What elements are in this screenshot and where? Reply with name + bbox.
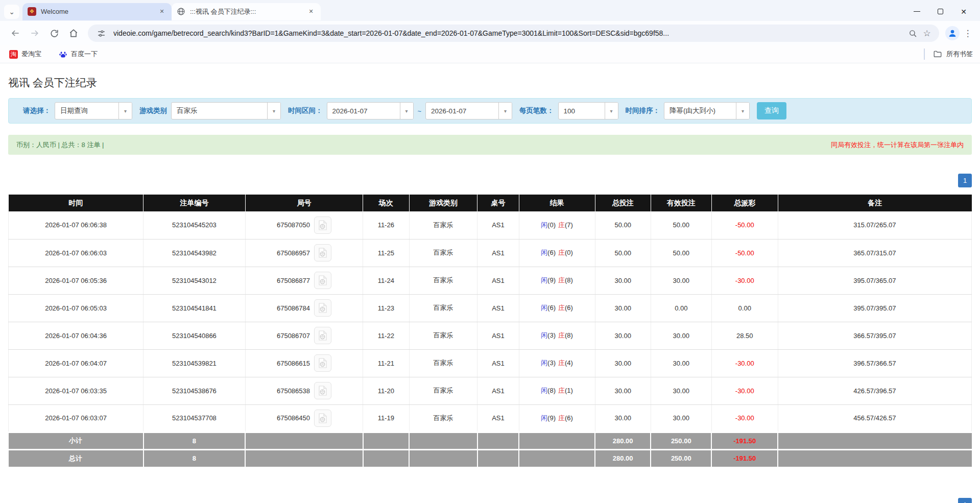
tab-welcome[interactable]: ❖ Welcome ✕ [22, 3, 172, 20]
browser-tab-strip: ⌄ ❖ Welcome ✕ :::视讯 会员下注纪录::: ✕ ✕ [0, 0, 980, 21]
cell-total-bet[interactable]: 30.00 [595, 349, 651, 377]
cell-time: 2026-01-07 06:03:07 [9, 404, 144, 432]
bookmark-baidu[interactable]: 百度一下 [57, 47, 100, 61]
cell-total-bet[interactable]: 30.00 [595, 404, 651, 432]
minimize-button[interactable] [914, 11, 920, 12]
video-replay-icon[interactable] [314, 382, 331, 399]
round-number: 675086707 [277, 332, 310, 340]
chevron-down-icon: ▾ [498, 103, 512, 119]
cell-remark: 315.07/265.07 [778, 211, 971, 239]
cell-time: 2026-01-07 06:05:36 [9, 267, 144, 294]
cell-table: AS1 [477, 322, 519, 349]
result-banker: 庄 [558, 387, 565, 394]
video-replay-icon[interactable] [314, 299, 331, 317]
cell-valid-bet: 30.00 [651, 267, 711, 294]
total-valid-bet: 250.00 [651, 449, 711, 467]
table-row: 2026-01-07 06:04:36 523104540866 6750867… [9, 322, 972, 349]
subtotal-payout: -191.50 [711, 432, 778, 449]
cell-total-bet[interactable]: 30.00 [595, 267, 651, 294]
cell-time: 2026-01-07 06:05:03 [9, 294, 144, 322]
cell-total-bet[interactable]: 30.00 [595, 377, 651, 404]
result-player-score: (9) [547, 414, 556, 422]
site-settings-tune-icon[interactable] [94, 26, 108, 40]
cell-total-bet[interactable]: 30.00 [595, 294, 651, 322]
pagination-page-1-bottom[interactable]: 1 [958, 498, 972, 503]
cell-table: AS1 [477, 294, 519, 322]
tab-close-icon[interactable]: ✕ [157, 7, 166, 16]
tab-close-icon[interactable]: ✕ [306, 7, 316, 16]
bookmark-aitaobao[interactable]: 淘 爱淘宝 [7, 47, 43, 61]
cell-total-bet[interactable]: 50.00 [595, 211, 651, 239]
cell-bet-id: 523104538676 [144, 377, 246, 404]
cell-round: 675087050 [245, 211, 363, 239]
cell-bet-id: 523104540866 [144, 322, 246, 349]
cell-round: 675086615 [245, 349, 363, 377]
bookmark-star-icon[interactable]: ☆ [920, 26, 934, 40]
video-replay-icon[interactable] [314, 410, 331, 427]
cell-table: AS1 [477, 404, 519, 432]
cell-result: 闲(9)庄(6) [519, 404, 595, 432]
page-title: 视讯 会员下注纪录 [8, 76, 980, 90]
cell-payout: 28.50 [711, 322, 778, 349]
address-bar[interactable]: videoie.com/game/betrecord_search/kind3?… [88, 25, 939, 42]
url-text[interactable]: videoie.com/game/betrecord_search/kind3?… [113, 29, 905, 37]
video-replay-icon[interactable] [314, 354, 331, 372]
per-page-select[interactable]: 100 ▾ [558, 102, 618, 119]
valid-bet-notice: 同局有效投注，统一计算在该局第一张注单内 [831, 140, 964, 150]
cell-game-kind: 百家乐 [409, 239, 477, 267]
bookmark-label: 爱淘宝 [21, 50, 41, 59]
pagination-page-1-top[interactable]: 1 [958, 174, 972, 187]
cell-table: AS1 [477, 239, 519, 267]
cell-valid-bet: 50.00 [651, 239, 711, 267]
cell-game-kind: 百家乐 [409, 404, 477, 432]
round-number: 675086615 [277, 360, 310, 367]
video-replay-icon[interactable] [314, 244, 331, 261]
video-replay-icon[interactable] [314, 327, 331, 344]
cell-remark: 395.07/395.07 [778, 294, 971, 322]
browser-menu-icon[interactable]: ⋮ [963, 28, 973, 39]
header-result: 结果 [519, 195, 595, 211]
result-player: 闲 [541, 387, 547, 394]
date-end-select[interactable]: 2026-01-07 ▾ [425, 102, 512, 119]
tab-search-chevron-icon[interactable]: ⌄ [4, 5, 19, 19]
zoom-icon[interactable] [905, 26, 920, 40]
cell-round: 675086538 [245, 377, 363, 404]
cell-result: 闲(0)庄(7) [519, 211, 595, 239]
profile-avatar[interactable] [945, 26, 960, 40]
date-start-select[interactable]: 2026-01-07 ▾ [327, 102, 414, 119]
cell-remark: 365.07/315.07 [778, 239, 971, 267]
subtotal-label: 小计 [9, 432, 144, 449]
result-player: 闲 [541, 276, 547, 284]
home-icon[interactable] [65, 25, 82, 41]
game-kind-select[interactable]: 百家乐 ▾ [171, 102, 281, 119]
cell-result: 闲(8)庄(1) [519, 377, 595, 404]
cell-bet-id: 523104539821 [144, 349, 246, 377]
tab-betrecord[interactable]: :::视讯 会员下注纪录::: ✕ [172, 3, 321, 20]
header-table: 桌号 [477, 195, 519, 211]
forward-icon[interactable] [27, 25, 43, 41]
reload-icon[interactable] [46, 25, 62, 41]
round-number: 675086450 [277, 414, 310, 422]
sort-select[interactable]: 降幂(由大到小) ▾ [664, 102, 750, 119]
video-replay-icon[interactable] [314, 272, 331, 289]
maximize-button[interactable] [938, 9, 943, 14]
cell-round: 675086450 [245, 404, 363, 432]
header-valid-bet: 有效投注 [651, 195, 711, 211]
bookmarks-bar: 淘 爱淘宝 百度一下 所有书签 [0, 45, 980, 63]
sort-value: 降幂(由大到小) [664, 106, 736, 115]
round-number: 675086538 [277, 387, 310, 395]
video-replay-icon[interactable] [314, 217, 331, 234]
back-icon[interactable] [7, 25, 23, 41]
cell-total-bet[interactable]: 50.00 [595, 239, 651, 267]
all-bookmarks[interactable]: 所有书签 [924, 49, 973, 60]
header-game-kind: 游戏类别 [409, 195, 477, 211]
header-session: 场次 [363, 195, 410, 211]
query-button[interactable]: 查询 [757, 102, 786, 119]
window-close-button[interactable]: ✕ [961, 8, 967, 15]
cell-round: 675086784 [245, 294, 363, 322]
result-player-score: (6) [547, 304, 556, 312]
query-mode-select[interactable]: 日期查询 ▾ [55, 102, 132, 119]
window-controls: ✕ [914, 8, 976, 15]
cell-total-bet[interactable]: 30.00 [595, 322, 651, 349]
result-banker-score: (0) [565, 249, 573, 256]
